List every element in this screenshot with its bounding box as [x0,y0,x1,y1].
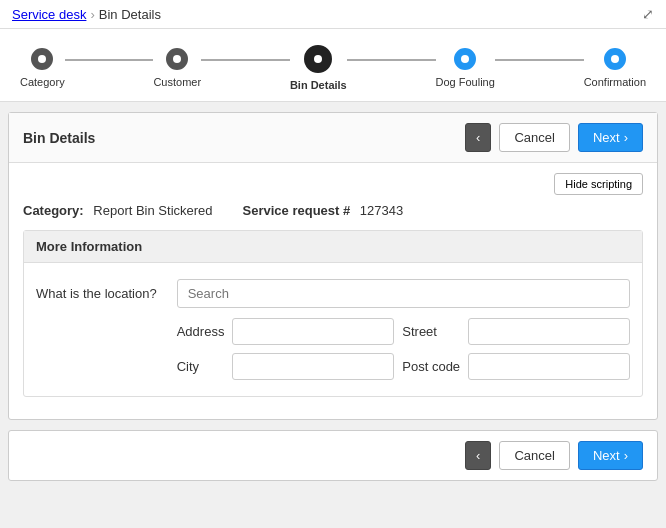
postcode-label: Post code [402,359,460,374]
step-circle-bin-details [304,45,332,73]
location-row: What is the location? Address Street Cit… [36,279,630,380]
chevron-right-icon: › [624,130,628,145]
bottom-bar: ‹ Cancel Next › [8,430,658,481]
header-buttons: ‹ Cancel Next › [465,123,643,152]
category-info: Category: Report Bin Stickered [23,203,213,218]
step-bin-details[interactable]: Bin Details [290,45,347,91]
step-category[interactable]: Category [20,48,65,88]
expand-icon[interactable]: ⤢ [642,6,654,22]
hide-scripting-button[interactable]: Hide scripting [554,173,643,195]
stepper: Category Customer Bin Details Dog Foulin… [20,45,646,91]
bottom-chevron-right-icon: › [624,448,628,463]
address-grid: Address Street City Post code [177,318,630,380]
info-row: Category: Report Bin Stickered Service r… [23,203,643,218]
step-label-customer: Customer [153,76,201,88]
address-input[interactable] [232,318,394,345]
search-input-wrap [177,279,630,308]
location-label: What is the location? [36,279,157,303]
bottom-next-label: Next [593,448,620,463]
connector-1 [65,59,154,61]
next-button[interactable]: Next › [578,123,643,152]
address-label: Address [177,324,225,339]
breadcrumb-current: Bin Details [99,7,161,22]
bottom-cancel-button[interactable]: Cancel [499,441,569,470]
street-input[interactable] [468,318,630,345]
step-circle-dog-fouling [454,48,476,70]
stepper-container: Category Customer Bin Details Dog Foulin… [0,29,666,102]
step-dog-fouling[interactable]: Dog Fouling [436,48,495,88]
service-request-info: Service request # 127343 [243,203,404,218]
step-circle-confirmation [604,48,626,70]
bottom-chevron-left-icon: ‹ [476,448,480,463]
bottom-back-button[interactable]: ‹ [465,441,491,470]
top-bar: Service desk › Bin Details ⤢ [0,0,666,29]
hide-scripting-row: Hide scripting [23,173,643,195]
service-request-value: 127343 [360,203,403,218]
page-title: Bin Details [23,130,95,146]
location-fields: Address Street City Post code [177,279,630,380]
connector-2 [201,59,290,61]
content-body: Hide scripting Category: Report Bin Stic… [9,163,657,419]
step-confirmation[interactable]: Confirmation [584,48,646,88]
postcode-input[interactable] [468,353,630,380]
back-button[interactable]: ‹ [465,123,491,152]
step-label-category: Category [20,76,65,88]
chevron-left-icon: ‹ [476,130,480,145]
section-body-more-info: What is the location? Address Street Cit… [24,263,642,396]
city-input[interactable] [232,353,394,380]
breadcrumb: Service desk › Bin Details [12,7,161,22]
category-value: Report Bin Stickered [93,203,212,218]
breadcrumb-separator: › [90,7,94,22]
street-label: Street [402,324,460,339]
main-content: Bin Details ‹ Cancel Next › Hide scripti… [8,112,658,420]
category-label: Category: [23,203,84,218]
content-header: Bin Details ‹ Cancel Next › [9,113,657,163]
next-label: Next [593,130,620,145]
section-header-more-info: More Information [24,231,642,263]
service-request-label: Service request # [243,203,351,218]
cancel-button[interactable]: Cancel [499,123,569,152]
connector-4 [495,59,584,61]
city-label: City [177,359,225,374]
step-customer[interactable]: Customer [153,48,201,88]
step-label-dog-fouling: Dog Fouling [436,76,495,88]
breadcrumb-parent[interactable]: Service desk [12,7,86,22]
more-information-section: More Information What is the location? A… [23,230,643,397]
step-label-bin-details: Bin Details [290,79,347,91]
bottom-next-button[interactable]: Next › [578,441,643,470]
search-input[interactable] [177,279,630,308]
step-circle-category [31,48,53,70]
step-label-confirmation: Confirmation [584,76,646,88]
connector-3 [347,59,436,61]
step-circle-customer [166,48,188,70]
